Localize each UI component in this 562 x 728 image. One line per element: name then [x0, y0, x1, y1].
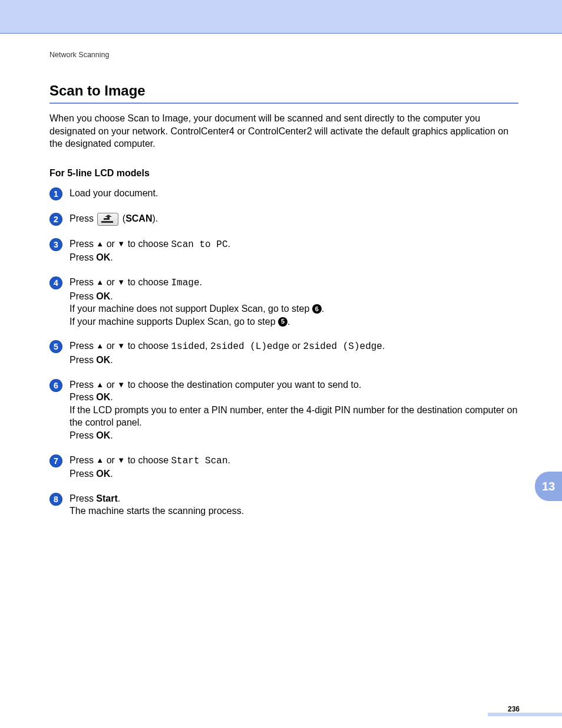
- step-text: Press OK.: [70, 429, 518, 442]
- up-arrow-icon: [96, 240, 104, 248]
- svg-rect-0: [101, 221, 113, 223]
- separator: or: [289, 341, 303, 351]
- duplex-yes-text: If your machine supports Duplex Scan, go…: [70, 317, 278, 327]
- menu-option: 2sided (S)edge: [303, 341, 382, 352]
- up-arrow-icon: [96, 456, 104, 464]
- step-text: If your machine supports Duplex Scan, go…: [70, 315, 324, 328]
- down-arrow-icon: [117, 278, 125, 286]
- step-list: 1 Load your document. 2 Press: [49, 187, 518, 518]
- step-text: Press or to choose the destination compu…: [70, 378, 518, 391]
- period: .: [382, 341, 385, 351]
- step-text: If the LCD prompts you to enter a PIN nu…: [70, 404, 518, 429]
- choose-label: to choose the destination computer you w…: [125, 380, 361, 390]
- or-label: or: [104, 277, 117, 287]
- period: .: [118, 493, 120, 503]
- step-body: Press or to choose the destination compu…: [70, 378, 518, 442]
- menu-option: Image: [171, 278, 200, 288]
- intro-paragraph: When you choose Scan to Image, your docu…: [49, 112, 518, 150]
- choose-label: to choose: [125, 455, 171, 465]
- step-text: Press OK.: [70, 354, 385, 367]
- ok-label: OK: [96, 291, 110, 301]
- step-text: Press or to choose Start Scan.: [70, 454, 230, 468]
- svg-marker-1: [104, 215, 112, 220]
- step-5: 5 Press or to choose 1sided, 2sided (L)e…: [49, 340, 518, 366]
- step-badge: 4: [49, 276, 62, 289]
- period: .: [110, 252, 113, 262]
- down-arrow-icon: [117, 456, 125, 464]
- choose-label: to choose: [125, 341, 171, 351]
- duplex-no-text: If your machine does not support Duplex …: [70, 304, 312, 314]
- step-badge: 3: [49, 238, 62, 251]
- ok-label: OK: [96, 430, 110, 440]
- content-area: Network Scanning Scan to Image When you …: [49, 51, 518, 529]
- period: .: [110, 355, 113, 365]
- step-body: Press or to choose Scan to PC. Press OK.: [70, 238, 230, 264]
- press-label: Press: [70, 493, 96, 503]
- step-badge: 8: [49, 493, 62, 506]
- step-badge: 2: [49, 213, 62, 226]
- step-8: 8 Press Start. The machine starts the sc…: [49, 492, 518, 518]
- press-label: Press: [70, 252, 96, 262]
- up-arrow-icon: [96, 342, 104, 350]
- manual-page: Network Scanning Scan to Image When you …: [0, 0, 562, 728]
- step-text: Press or to choose Scan to PC.: [70, 238, 230, 252]
- step-body: Press or to choose Image. Press OK. If y…: [70, 276, 324, 328]
- step-7: 7 Press or to choose Start Scan. Press O…: [49, 454, 518, 480]
- step-3: 3 Press or to choose Scan to PC. Press O…: [49, 238, 518, 264]
- step-badge: 7: [49, 454, 62, 467]
- step-body: Press Start. The machine starts the scan…: [70, 492, 244, 518]
- chapter-number: 13: [542, 480, 555, 493]
- press-label: Press: [70, 455, 96, 465]
- period: .: [200, 277, 202, 287]
- step-badge: 6: [49, 379, 62, 392]
- step-badge: 5: [49, 340, 62, 353]
- step-text: Press Start.: [70, 492, 244, 505]
- menu-option: Scan to PC: [171, 239, 228, 250]
- breadcrumb: Network Scanning: [49, 51, 518, 59]
- heading-rule: [49, 103, 518, 104]
- period: .: [110, 392, 113, 402]
- chapter-tab: 13: [535, 472, 562, 501]
- separator: ,: [205, 341, 210, 351]
- up-arrow-icon: [96, 278, 104, 286]
- step-body: Press (SCAN).: [70, 212, 158, 226]
- step-text: Press or to choose Image.: [70, 276, 324, 290]
- page-number-rule: [488, 713, 562, 716]
- subheading: For 5-line LCD models: [49, 168, 518, 179]
- or-label: or: [104, 341, 117, 351]
- step-6: 6 Press or to choose the destination com…: [49, 378, 518, 442]
- top-band: [0, 0, 562, 33]
- menu-option: Start Scan: [171, 456, 228, 466]
- scan-button-icon: [97, 213, 118, 226]
- ok-label: OK: [96, 252, 110, 262]
- or-label: or: [104, 455, 117, 465]
- menu-option: 2sided (L)edge: [210, 341, 289, 352]
- step-text: Press or to choose 1sided, 2sided (L)edg…: [70, 340, 385, 354]
- step-1: 1 Load your document.: [49, 187, 518, 200]
- or-label: or: [104, 380, 117, 390]
- step-badge: 1: [49, 187, 62, 200]
- press-label: Press: [70, 430, 96, 440]
- press-label: Press: [70, 392, 96, 402]
- press-label: Press: [70, 213, 96, 223]
- press-label: Press: [70, 380, 96, 390]
- period: .: [322, 304, 324, 314]
- choose-label: to choose: [125, 277, 171, 287]
- down-arrow-icon: [117, 381, 125, 388]
- step-body: Load your document.: [70, 187, 158, 200]
- step-text: Press OK.: [70, 251, 230, 264]
- period: .: [110, 469, 113, 479]
- choose-label: to choose: [125, 239, 171, 249]
- step-4: 4 Press or to choose Image. Press OK. If…: [49, 276, 518, 328]
- down-arrow-icon: [117, 240, 125, 248]
- step-ref-badge: 6: [312, 304, 322, 314]
- step-text: Press OK.: [70, 290, 324, 303]
- press-label: Press: [70, 469, 96, 479]
- ok-label: OK: [96, 355, 110, 365]
- period: .: [228, 455, 230, 465]
- step-body: Press or to choose 1sided, 2sided (L)edg…: [70, 340, 385, 366]
- ok-label: OK: [96, 469, 110, 479]
- start-label: Start: [96, 493, 117, 503]
- or-label: or: [104, 239, 117, 249]
- up-arrow-icon: [96, 381, 104, 388]
